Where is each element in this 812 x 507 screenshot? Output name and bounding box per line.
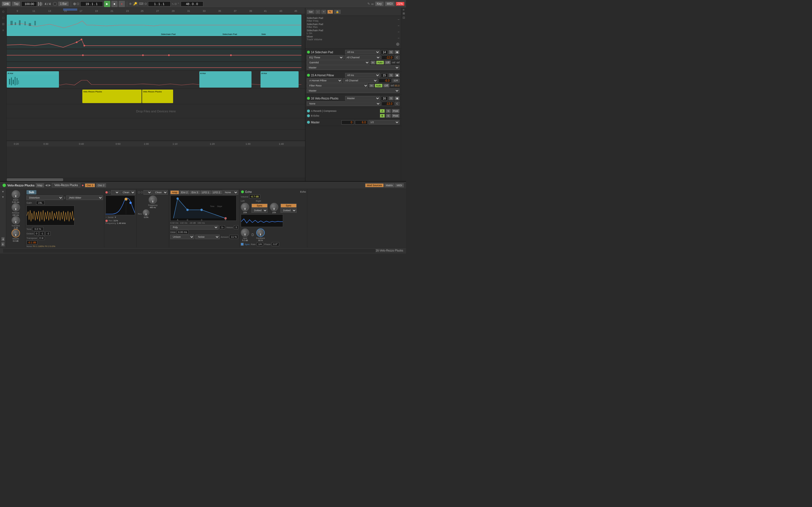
send-b-btn[interactable]: B — [380, 114, 385, 118]
send-a-btn[interactable]: A — [380, 109, 385, 113]
send-b-s-btn[interactable]: S — [386, 114, 391, 118]
track14-routing-in[interactable]: All Ins — [345, 50, 380, 54]
bp-nav-icon3[interactable]: ◀ — [1, 237, 4, 241]
link-button[interactable]: Link — [2, 1, 11, 6]
volume-knob[interactable] — [11, 229, 20, 237]
sidebar-icon-3[interactable]: ⊞ — [1, 21, 6, 26]
poly-select[interactable]: Poly — [170, 225, 218, 230]
clip-ctrl3[interactable]: ⌨ — [139, 2, 144, 6]
track15-dest-select[interactable]: Master — [307, 89, 400, 93]
clip-velo-1[interactable]: Velo-Rezzo Plucks — [82, 90, 142, 103]
glide-val[interactable]: 0.00 ms — [177, 230, 189, 234]
freq2-knob[interactable] — [149, 195, 157, 204]
filter1-clean[interactable]: Clean — [120, 190, 135, 194]
track15-routing-ch[interactable]: All Channel — [343, 78, 377, 83]
bottom-map-btn[interactable]: Map — [36, 183, 44, 187]
sync-checkbox[interactable] — [241, 243, 244, 245]
track15-in-btn[interactable]: In — [369, 83, 374, 88]
transient-knob[interactable] — [11, 216, 20, 224]
osc1-tab[interactable]: Osc 1 — [85, 183, 95, 187]
track14-m-btn[interactable]: ◼ — [395, 50, 400, 54]
filter1-num[interactable]: 12 — [111, 190, 119, 194]
track14-in-btn[interactable]: In — [370, 61, 375, 64]
bottom-arrow1[interactable]: ◀ — [45, 183, 47, 187]
right-rate-knob[interactable] — [270, 203, 278, 211]
midi-btn[interactable]: MIDI — [385, 1, 395, 6]
unison-select[interactable]: Unison — [170, 235, 194, 239]
noise-select[interactable]: Noise — [195, 235, 219, 239]
attack-knob[interactable] — [11, 190, 20, 199]
clip-velo-2[interactable]: Velo-Rezzo Plucks — [142, 90, 173, 103]
track15-auto-btn[interactable]: Auto — [375, 83, 383, 88]
position-display[interactable]: 19 . 1 . 1 — [80, 1, 103, 6]
sidebar-icon-4[interactable]: ≡ — [1, 27, 6, 33]
led-track14[interactable] — [307, 50, 310, 54]
dist-preset[interactable]: JN60 Bitter — [66, 195, 103, 200]
track14-pan[interactable]: C — [395, 55, 400, 59]
time-signature[interactable]: 4 / 4 — [43, 2, 52, 6]
tone-val[interactable]: 0.0 % — [32, 227, 43, 231]
dist-select[interactable]: Distortion — [27, 195, 63, 200]
right-sidebar-icon2[interactable]: ⊞ — [403, 12, 405, 15]
oct-m1[interactable]: -1 — [40, 231, 45, 235]
release-knob[interactable] — [11, 203, 20, 212]
led-send-a[interactable] — [307, 109, 310, 113]
right-sidebar-icon1[interactable]: ≡ — [402, 9, 405, 11]
sub-btn[interactable]: Sub — [27, 190, 36, 194]
osc2-tab[interactable]: Osc 2 — [96, 183, 106, 187]
clip-sidechain-pad-main[interactable] — [7, 15, 301, 36]
master-vol[interactable]: 0 — [342, 120, 354, 124]
track15-off-btn[interactable]: Off — [383, 83, 389, 88]
input-knob[interactable] — [241, 228, 249, 237]
track14-off-btn[interactable]: Off — [385, 61, 391, 64]
track14-volume[interactable]: -12.0 — [382, 55, 394, 60]
minus-icon-3[interactable]: − — [398, 30, 400, 34]
led-master[interactable] — [307, 121, 310, 124]
echo-led[interactable] — [241, 190, 244, 193]
loop-btn[interactable]: 1 Bar — [58, 1, 69, 6]
minus-icon-2[interactable]: − — [398, 24, 400, 27]
bp-nav-icon4[interactable]: ▶ — [1, 242, 4, 246]
amount-val[interactable]: 11 % — [230, 235, 238, 239]
mod-sources-tab[interactable]: Mod Sources — [365, 183, 384, 187]
serial-down[interactable]: ▼ — [114, 216, 116, 219]
rate-val[interactable]: 1/4 — [257, 242, 263, 246]
track15-volume[interactable]: -6.0 — [378, 78, 391, 83]
h-scrollbar-thumb[interactable] — [7, 178, 63, 181]
master-vol-right[interactable]: 6.0 — [355, 120, 368, 124]
master-fraction[interactable]: 1/2 — [368, 120, 400, 124]
h-scrollbar[interactable] — [7, 178, 305, 181]
track16-routing-in[interactable]: Master — [345, 96, 380, 101]
transpose-val[interactable]: 0 st — [38, 236, 45, 240]
sidebar-icon-2[interactable]: □ — [1, 15, 6, 20]
oct-0[interactable]: 0 — [35, 231, 39, 235]
track15-device-filter[interactable]: Filter Reso — [307, 83, 368, 88]
led-track16[interactable] — [307, 97, 310, 100]
tap-button[interactable]: Tap — [12, 1, 20, 6]
dotted-l[interactable]: Dotted — [252, 208, 267, 213]
record-button[interactable]: ● — [119, 1, 125, 7]
lfo2-tab[interactable]: LFO 2 — [211, 190, 222, 194]
pencil-btn[interactable]: ✎ — [327, 10, 333, 14]
bottom-instrument-title[interactable]: Velo-Rezzo Plucks — [52, 183, 80, 187]
track14-device-eq[interactable]: EQ Three — [307, 55, 344, 60]
filter2-num[interactable]: 12 — [144, 190, 152, 194]
add-auto-btn[interactable]: ⊕ — [307, 41, 400, 47]
clip-hornet-2[interactable]: A Hor — [199, 71, 252, 88]
stop-button[interactable]: ■ — [111, 1, 117, 7]
led-track15[interactable] — [307, 73, 310, 77]
track16-patch[interactable]: None — [307, 101, 380, 106]
bp-nav-down2[interactable]: ▼ — [2, 195, 4, 199]
phase-val[interactable]: 0.0° — [272, 242, 279, 246]
amp-none-select[interactable]: None — [222, 190, 238, 194]
send-b-post-btn[interactable]: Post — [392, 114, 400, 118]
key-btn[interactable]: Key — [375, 1, 384, 6]
lfo1-tab[interactable]: LFO 1 — [200, 190, 211, 194]
track14-dest-select[interactable]: Master — [307, 65, 400, 70]
clip-ctrl2[interactable]: 🔑 — [133, 2, 138, 6]
poly-val[interactable]: 1♭ — [220, 225, 225, 229]
right-sidebar-icon3[interactable]: ⊡ — [403, 16, 405, 19]
dotted-r[interactable]: Dotted — [281, 208, 297, 213]
clip-ctrl1[interactable]: ⊕ — [129, 2, 132, 6]
minus-icon-1[interactable]: − — [398, 18, 400, 21]
